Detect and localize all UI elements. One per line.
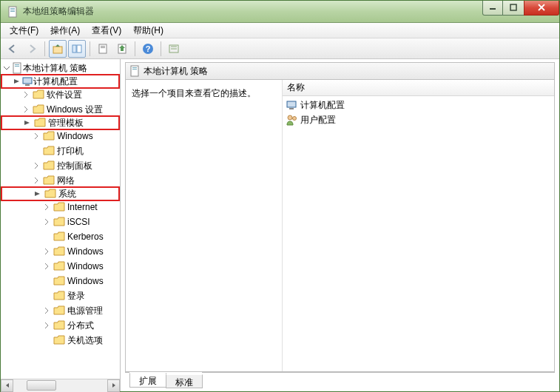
tree-control-panel[interactable]: 控制面板 xyxy=(1,158,120,173)
folder-icon xyxy=(53,291,65,301)
tree-computer-config[interactable]: 计算机配置 xyxy=(1,74,120,89)
show-hide-tree-button[interactable] xyxy=(68,40,86,58)
tree-internet[interactable]: Internet xyxy=(1,200,120,214)
tree-power[interactable]: 电源管理 xyxy=(1,303,120,318)
tree-label: Windows xyxy=(57,131,96,141)
list-item-user-config[interactable]: 用户配置 xyxy=(286,112,551,127)
svg-rect-3 xyxy=(10,11,15,12)
expander-open-icon[interactable] xyxy=(23,118,32,127)
tree-distributed[interactable]: 分布式 xyxy=(1,318,120,333)
svg-rect-9 xyxy=(99,44,107,53)
tree-iscsi[interactable]: iSCSI xyxy=(1,214,120,229)
tree-label: 打印机 xyxy=(57,145,87,158)
tree-printer[interactable]: 打印机 xyxy=(1,143,120,158)
tab-extended[interactable]: 扩展 xyxy=(129,373,166,388)
maximize-button[interactable] xyxy=(502,1,524,16)
folder-icon xyxy=(44,189,56,199)
toolbar-separator xyxy=(135,41,135,56)
help-button[interactable]: ? xyxy=(139,40,157,58)
up-button[interactable] xyxy=(49,40,67,58)
scroll-right-button[interactable] xyxy=(107,379,120,392)
folder-icon xyxy=(53,232,65,242)
computer-icon xyxy=(21,75,33,87)
svg-rect-6 xyxy=(53,47,62,53)
expander-icon[interactable] xyxy=(21,105,30,114)
expander-icon[interactable] xyxy=(32,176,41,185)
folder-icon xyxy=(53,202,65,212)
tree-shutdown[interactable]: 关机选项 xyxy=(1,333,120,348)
titlebar[interactable]: 本地组策略编辑器 xyxy=(1,1,559,23)
expander-icon[interactable] xyxy=(42,247,51,256)
expander-blank xyxy=(42,277,51,285)
expander-icon[interactable] xyxy=(42,306,51,315)
expander-open-icon[interactable] xyxy=(13,77,21,86)
expander-icon[interactable] xyxy=(32,132,41,141)
expander-icon[interactable] xyxy=(42,262,51,271)
description-text: 选择一个项目来查看它的描述。 xyxy=(132,87,276,100)
tree-hscrollbar[interactable] xyxy=(1,379,120,391)
folder-icon xyxy=(33,89,44,100)
tree-login[interactable]: 登录 xyxy=(1,288,120,303)
tree-admin-templates[interactable]: 管理模板 xyxy=(1,115,120,130)
tree-windows[interactable]: Windows xyxy=(1,129,120,143)
tree-system[interactable]: 系统 xyxy=(1,186,120,201)
scroll-track[interactable] xyxy=(13,379,107,392)
tree-windc2[interactable]: Windows xyxy=(1,259,120,274)
expander-blank xyxy=(42,232,51,241)
scroll-thumb[interactable] xyxy=(27,380,56,391)
expander-blank xyxy=(42,291,51,300)
tabs-filler xyxy=(202,372,555,373)
svg-rect-4 xyxy=(490,8,496,10)
svg-rect-24 xyxy=(287,101,296,107)
expander-icon[interactable] xyxy=(32,161,41,170)
tree-windc1[interactable]: Windows xyxy=(1,244,120,259)
tree-label: iSCSI xyxy=(67,217,93,227)
filter-button[interactable] xyxy=(165,40,183,58)
content-title: 本地计算机 策略 xyxy=(144,65,208,78)
body: 本地计算机 策略 计算机配置 软件设置 Windows 设置 xyxy=(1,59,559,391)
folder-icon xyxy=(53,305,65,316)
forward-button[interactable] xyxy=(23,40,41,58)
menu-view[interactable]: 查看(V) xyxy=(86,23,127,38)
minimize-button[interactable] xyxy=(482,1,503,16)
tree-windows-settings[interactable]: Windows 设置 xyxy=(1,102,120,117)
svg-rect-5 xyxy=(510,4,516,10)
scroll-left-button[interactable] xyxy=(1,379,13,392)
tree-label: Kerberos xyxy=(67,232,107,242)
menu-help[interactable]: 帮助(H) xyxy=(127,23,169,38)
expander-icon[interactable] xyxy=(42,321,51,330)
column-header-name[interactable]: 名称 xyxy=(283,80,554,96)
export-button[interactable] xyxy=(113,40,131,58)
svg-text:?: ? xyxy=(146,44,151,53)
folder-icon xyxy=(53,335,65,345)
expander-icon[interactable] xyxy=(2,64,11,72)
list-item-computer-config[interactable]: 计算机配置 xyxy=(286,98,551,112)
tree-software-settings[interactable]: 软件设置 xyxy=(1,87,120,102)
tree-kerberos[interactable]: Kerberos xyxy=(1,229,120,244)
tree-label: Windows xyxy=(67,261,107,271)
tree-view[interactable]: 本地计算机 策略 计算机配置 软件设置 Windows 设置 xyxy=(1,59,120,379)
tree-windc3[interactable]: Windows xyxy=(1,274,120,288)
expander-icon[interactable] xyxy=(42,203,51,212)
expander-open-icon[interactable] xyxy=(33,189,42,198)
back-button[interactable] xyxy=(4,40,21,58)
svg-rect-20 xyxy=(25,84,30,86)
svg-rect-22 xyxy=(132,67,137,68)
tree-label: 计算机配置 xyxy=(33,75,81,88)
expander-icon[interactable] xyxy=(21,90,30,99)
close-button[interactable] xyxy=(524,1,559,16)
toolbar: ? xyxy=(1,38,559,59)
list-label: 计算机配置 xyxy=(300,99,345,112)
tree-label: 系统 xyxy=(58,188,79,200)
menu-file[interactable]: 文件(F) xyxy=(4,23,44,38)
menu-action[interactable]: 操作(A) xyxy=(44,23,86,38)
expander-icon[interactable] xyxy=(42,217,51,226)
tree-root[interactable]: 本地计算机 策略 xyxy=(1,61,120,75)
tree-network[interactable]: 网络 xyxy=(1,173,120,188)
tab-standard[interactable]: 标准 xyxy=(166,374,203,388)
svg-point-26 xyxy=(288,115,292,120)
tree-label: Windows xyxy=(67,246,107,257)
svg-rect-18 xyxy=(15,66,19,67)
properties-button[interactable] xyxy=(94,40,112,58)
tree-label: Windows xyxy=(67,276,107,286)
